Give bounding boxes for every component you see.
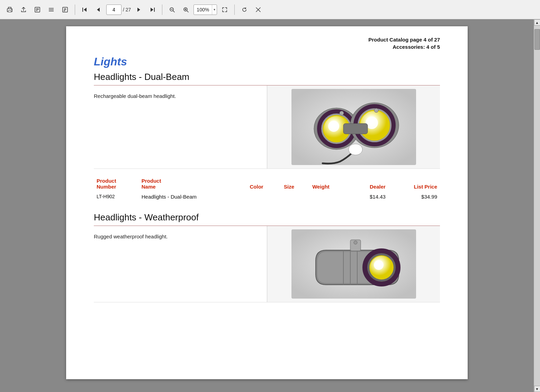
col-header-size: Size (281, 176, 309, 192)
scroll-track[interactable] (534, 26, 540, 386)
col-header-product-name: ProductName (139, 176, 247, 192)
product-dual-beam-image-cell (267, 85, 440, 168)
toolbar-file-group (3, 3, 71, 16)
svg-rect-40 (343, 124, 368, 134)
zoom-controls: 100% ▾ (166, 3, 231, 16)
first-page-button[interactable] (79, 3, 91, 16)
close-button[interactable] (252, 3, 264, 16)
svg-line-18 (173, 11, 174, 12)
product-weatherproof: Headlights - Weatherproof Rugged weather… (94, 212, 440, 302)
svg-point-41 (340, 111, 344, 115)
svg-point-32 (330, 122, 335, 128)
zoom-in-button[interactable] (180, 3, 192, 16)
cell-color (247, 192, 281, 202)
section-title-lights: Lights (94, 55, 440, 68)
zoom-selector[interactable]: 100% ▾ (194, 4, 217, 15)
col-header-color: Color (247, 176, 281, 192)
col-header-product-number: ProductNumber (94, 176, 139, 192)
sep-3 (234, 4, 235, 15)
svg-point-2 (11, 9, 12, 10)
svg-point-55 (354, 241, 357, 244)
svg-line-22 (187, 11, 188, 12)
scroll-thumb[interactable] (534, 29, 540, 50)
print-button[interactable] (3, 3, 16, 16)
scroll-down-button[interactable]: ▼ (534, 386, 540, 392)
zoom-out-button[interactable] (166, 3, 178, 16)
svg-point-39 (367, 118, 374, 125)
cell-list-price: $34.99 (388, 192, 440, 202)
cell-dealer-price: $14.43 (350, 192, 388, 202)
page-navigation: 4 / 27 (79, 3, 159, 16)
product-weatherproof-title: Headlights - Weatherproof (94, 212, 440, 223)
accessories-subtitle: Accessories: 4 of 5 (94, 44, 440, 50)
cell-size (281, 192, 309, 202)
last-page-button[interactable] (146, 3, 159, 16)
cell-product-name: Headlights - Dual-Beam (139, 192, 247, 202)
product-dual-beam-desc: Rechargeable dual-beam headlight. (94, 85, 267, 168)
scroll-up-button[interactable]: ▲ (534, 19, 540, 26)
zoom-level: 100% (194, 7, 212, 12)
product-dual-beam-title: Headlights - Dual-Beam (94, 72, 440, 82)
product-weatherproof-image-cell (267, 226, 440, 302)
page-header: Product Catalog page 4 of 27 Accessories… (94, 37, 440, 50)
dual-beam-headlight-image (291, 89, 416, 165)
toolbar-actions-group (238, 3, 264, 16)
fullscreen-button[interactable] (218, 3, 231, 16)
product-dual-beam-block: Rechargeable dual-beam headlight. (94, 85, 440, 169)
toolbar: 4 / 27 (0, 0, 540, 19)
product-dual-beam: Headlights - Dual-Beam Rechargeable dual… (94, 72, 440, 202)
weatherproof-headlight-image (291, 229, 416, 299)
scrollbar[interactable]: ▲ ▼ (534, 19, 540, 392)
annotate-button[interactable] (31, 3, 44, 16)
pdf-page: Product Catalog page 4 of 27 Accessories… (66, 26, 468, 379)
next-page-button[interactable] (132, 3, 145, 16)
catalog-page-title: Product Catalog page 4 of 27 (94, 37, 440, 43)
col-header-dealer: Dealer (350, 176, 388, 192)
svg-point-53 (375, 261, 380, 267)
page-number-input[interactable]: 4 (106, 4, 122, 15)
content-area: Product Catalog page 4 of 27 Accessories… (0, 19, 540, 392)
product-weatherproof-desc: Rugged weatherproof headlight. (94, 226, 267, 302)
menu-button[interactable] (45, 3, 57, 16)
pdf-viewer[interactable]: Product Catalog page 4 of 27 Accessories… (0, 19, 534, 392)
svg-point-43 (349, 144, 362, 155)
svg-rect-1 (8, 10, 11, 12)
sep-2 (162, 4, 162, 15)
product-weatherproof-block: Rugged weatherproof headlight. (94, 226, 440, 302)
zoom-dropdown-arrow[interactable]: ▾ (212, 5, 217, 15)
props-button[interactable] (59, 3, 71, 16)
table-row: LT-H902 Headlights - Dual-Beam $14.43 $3… (94, 192, 440, 202)
svg-point-13 (64, 10, 65, 11)
product-dual-beam-table: ProductNumber ProductName Color Size Wei… (94, 176, 440, 202)
cell-weight (309, 192, 350, 202)
col-header-weight: Weight (309, 176, 350, 192)
sep-1 (75, 4, 75, 15)
page-total-label: / 27 (123, 7, 131, 12)
cell-product-number: LT-H902 (94, 192, 139, 202)
svg-point-42 (374, 108, 378, 112)
col-header-list-price: List Price (388, 176, 440, 192)
refresh-button[interactable] (238, 3, 251, 16)
prev-page-button[interactable] (92, 3, 105, 16)
share-button[interactable] (17, 3, 30, 16)
